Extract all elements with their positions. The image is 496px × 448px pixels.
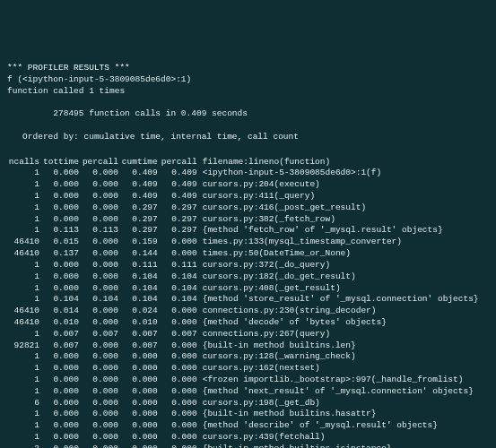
cell-ncalls: 1 <box>7 409 43 420</box>
cell-file: cursors.py:128(_warning_check) <box>201 351 484 363</box>
profiler-output: *** PROFILER RESULTS *** f (<ipython-inp… <box>7 51 489 448</box>
cell-cumtime: 0.159 <box>122 237 161 248</box>
cell-percall2: 0.409 <box>161 191 201 202</box>
cell-cumtime: 0.010 <box>122 317 161 329</box>
cell-file: cursors.py:408(_get_result) <box>201 283 484 295</box>
cell-file: {built-in method builtins.len} <box>201 340 484 352</box>
table-row: 10.0000.0000.0000.000cursors.py:162(next… <box>7 363 483 375</box>
summary-line: 278495 function calls in 0.409 seconds <box>7 108 248 118</box>
cell-ncalls: 1 <box>7 351 43 363</box>
table-row: 60.0000.0000.0000.000cursors.py:198(_get… <box>7 398 483 409</box>
cell-tottime: 0.104 <box>43 294 83 306</box>
table-row: 10.0000.0000.0000.000{method 'describe' … <box>7 420 483 432</box>
cell-percall2: 0.000 <box>161 386 201 398</box>
cell-tottime: 0.137 <box>43 248 83 260</box>
cell-tottime: 0.000 <box>43 375 83 386</box>
cell-percall1: 0.000 <box>83 248 122 260</box>
cell-percall2: 0.409 <box>161 168 201 179</box>
table-row: 464100.1370.0000.1440.000times.py:50(Dat… <box>7 248 483 260</box>
cell-tottime: 0.000 <box>43 398 83 409</box>
table-row: 10.1130.1130.2970.297{method 'fetch_row'… <box>7 225 483 237</box>
cell-percall2: 0.007 <box>161 329 201 340</box>
cell-ncalls: 6 <box>7 398 43 409</box>
cell-percall1: 0.000 <box>83 420 122 432</box>
cell-tottime: 0.000 <box>43 202 83 214</box>
cell-file: {method 'describe' of '_mysql.result' ob… <box>201 420 484 432</box>
table-row: 10.0000.0000.0000.000cursors.py:128(_war… <box>7 351 483 363</box>
cell-file: cursors.py:416(_post_get_result) <box>201 202 484 214</box>
cell-file: connections.py:230(string_decoder) <box>201 306 484 317</box>
cell-ncalls: 2 <box>7 444 43 448</box>
cell-percall1: 0.000 <box>83 386 122 398</box>
cell-ncalls: 1 <box>7 363 43 375</box>
cell-percall1: 0.000 <box>83 306 122 317</box>
table-row: 464100.0140.0000.0240.000connections.py:… <box>7 306 483 317</box>
cell-percall1: 0.000 <box>83 363 122 375</box>
table-row: 10.0000.0000.0000.000{method 'next_resul… <box>7 386 483 398</box>
cell-tottime: 0.000 <box>43 214 83 226</box>
table-row: 10.0000.0000.1040.104cursors.py:182(_do_… <box>7 271 483 283</box>
cell-percall1: 0.000 <box>83 179 122 191</box>
cell-file: cursors.py:182(_do_get_result) <box>201 271 484 283</box>
cell-percall2: 0.297 <box>161 225 201 237</box>
cell-file: {method 'next_result' of '_mysql.connect… <box>201 386 484 398</box>
table-row: 464100.0150.0000.1590.000times.py:133(my… <box>7 237 483 248</box>
cell-cumtime: 0.104 <box>122 283 161 295</box>
cell-cumtime: 0.144 <box>122 248 161 260</box>
cell-percall2: 0.000 <box>161 398 201 409</box>
cell-tottime: 0.000 <box>43 179 83 191</box>
table-row: 464100.0100.0000.0100.000{method 'decode… <box>7 317 483 329</box>
cell-ncalls: 1 <box>7 202 43 214</box>
cell-percall2: 0.000 <box>161 432 201 444</box>
cell-ncalls: 1 <box>7 225 43 237</box>
cell-percall2: 0.000 <box>161 306 201 317</box>
cell-cumtime: 0.000 <box>122 420 161 432</box>
cell-cumtime: 0.409 <box>122 179 161 191</box>
cell-cumtime: 0.104 <box>122 294 161 306</box>
cell-percall2: 0.000 <box>161 248 201 260</box>
cell-percall2: 0.111 <box>161 260 201 271</box>
cell-file: cursors.py:162(nextset) <box>201 363 484 375</box>
cell-cumtime: 0.297 <box>122 214 161 226</box>
cell-tottime: 0.000 <box>43 386 83 398</box>
cell-cumtime: 0.297 <box>122 225 161 237</box>
cell-percall1: 0.000 <box>83 168 122 179</box>
cell-ncalls: 1 <box>7 179 43 191</box>
cell-tottime: 0.000 <box>43 432 83 444</box>
cell-cumtime: 0.000 <box>122 351 161 363</box>
column-headers: ncalls tottime percall cumtime percall f… <box>7 157 483 168</box>
cell-cumtime: 0.007 <box>122 340 161 352</box>
cell-percall1: 0.000 <box>83 202 122 214</box>
cell-cumtime: 0.297 <box>122 202 161 214</box>
table-row: 10.0000.0000.1110.111cursors.py:372(_do_… <box>7 260 483 271</box>
cell-file: {built-in method builtins.isinstance} <box>201 444 484 448</box>
table-row: 10.0000.0000.4090.409<ipython-input-5-38… <box>7 168 483 179</box>
call-count: function called 1 times <box>7 86 125 96</box>
cell-percall1: 0.000 <box>83 340 122 352</box>
cell-percall2: 0.000 <box>161 420 201 432</box>
table-row: 10.0000.0000.0000.000{built-in method bu… <box>7 409 483 420</box>
cell-file: <ipython-input-5-3809085de6d0>:1(f) <box>201 168 484 179</box>
cell-file: cursors.py:198(_get_db) <box>201 398 484 409</box>
cell-tottime: 0.014 <box>43 306 83 317</box>
cell-file: {built-in method builtins.hasattr} <box>201 409 484 420</box>
cell-cumtime: 0.104 <box>122 271 161 283</box>
cell-percall2: 0.000 <box>161 340 201 352</box>
cell-tottime: 0.113 <box>43 225 83 237</box>
cell-percall1: 0.000 <box>83 351 122 363</box>
cell-percall1: 0.000 <box>83 444 122 448</box>
col-ncalls: ncalls <box>7 157 43 168</box>
cell-percall1: 0.007 <box>83 329 122 340</box>
cell-cumtime: 0.000 <box>122 432 161 444</box>
cell-percall1: 0.000 <box>83 432 122 444</box>
cell-percall2: 0.104 <box>161 283 201 295</box>
cell-ncalls: 1 <box>7 214 43 226</box>
cell-cumtime: 0.000 <box>122 363 161 375</box>
cell-percall2: 0.104 <box>161 294 201 306</box>
cell-ncalls: 1 <box>7 168 43 179</box>
cell-tottime: 0.000 <box>43 168 83 179</box>
cell-file: cursors.py:204(execute) <box>201 179 484 191</box>
cell-percall1: 0.000 <box>83 283 122 295</box>
cell-percall2: 0.000 <box>161 409 201 420</box>
cell-percall1: 0.000 <box>83 409 122 420</box>
